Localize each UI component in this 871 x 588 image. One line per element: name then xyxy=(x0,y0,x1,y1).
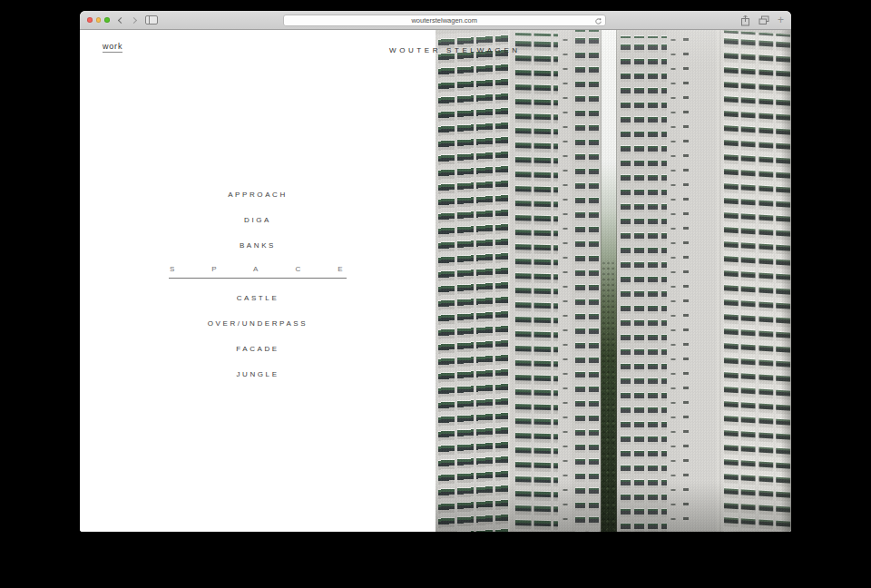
minimize-button[interactable] xyxy=(96,17,102,23)
page-content: work WOUTER STELWAGEN APPROACH DIGA BANK… xyxy=(80,30,791,532)
sidebar-icon[interactable] xyxy=(145,15,158,24)
facade-left-pillar xyxy=(558,30,572,532)
menu-item-jungle[interactable]: JUNGLE xyxy=(236,361,279,387)
facade-left-inner xyxy=(513,30,558,532)
reload-icon[interactable] xyxy=(594,17,602,25)
menu-item-facade[interactable]: FACADE xyxy=(236,336,279,361)
share-icon[interactable] xyxy=(740,15,750,26)
url-input[interactable] xyxy=(284,16,605,24)
facade-right-wing xyxy=(721,30,791,532)
hero-photo xyxy=(436,30,791,532)
menu-item-over-underpass[interactable]: OVER/UNDERPASS xyxy=(208,310,308,336)
tree-gap xyxy=(601,30,617,532)
site-title[interactable]: WOUTER STELWAGEN xyxy=(389,46,521,54)
browser-toolbar: + xyxy=(80,11,791,30)
facade-right-wall xyxy=(680,30,717,532)
tab-overview-icon[interactable] xyxy=(758,15,769,25)
browser-window: + work WOUTER STELWAGEN APPROACH DIGA BA… xyxy=(80,11,791,532)
close-button[interactable] xyxy=(87,17,93,23)
address-bar[interactable] xyxy=(283,15,606,26)
menu-item-approach[interactable]: APPROACH xyxy=(228,181,288,207)
forward-icon[interactable] xyxy=(130,16,136,23)
maximize-button[interactable] xyxy=(104,17,110,23)
project-menu: APPROACH DIGA BANKS SPACE CASTLE OVER/UN… xyxy=(80,181,436,387)
back-icon[interactable] xyxy=(117,16,123,23)
toolbar-right-buttons: + xyxy=(740,15,784,26)
nav-buttons xyxy=(119,18,136,23)
facade-left-front xyxy=(572,30,601,532)
facade-right-pillar xyxy=(667,30,680,532)
menu-item-castle[interactable]: CASTLE xyxy=(237,285,279,310)
new-tab-icon[interactable]: + xyxy=(778,15,784,24)
menu-item-banks[interactable]: BANKS xyxy=(240,232,276,258)
menu-item-diga[interactable]: DIGA xyxy=(244,207,271,232)
menu-item-space[interactable]: SPACE xyxy=(169,265,347,279)
facade-right-front xyxy=(617,30,667,532)
traffic-lights xyxy=(87,17,110,23)
work-link[interactable]: work xyxy=(103,42,122,53)
facade-left-wing xyxy=(436,30,508,532)
